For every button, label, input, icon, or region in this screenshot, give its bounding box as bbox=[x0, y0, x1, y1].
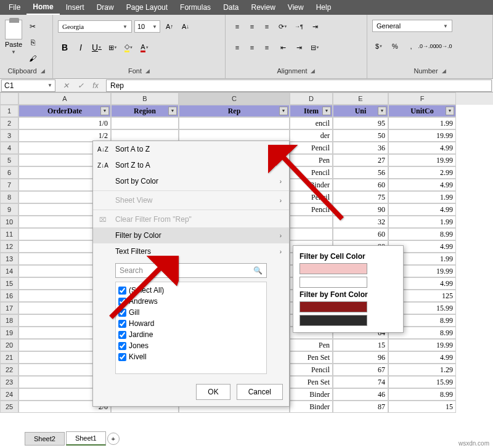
cell[interactable]: Pen Set bbox=[290, 351, 333, 364]
currency-button[interactable]: $▼ bbox=[372, 39, 386, 53]
row-header[interactable]: 14 bbox=[0, 265, 18, 277]
menu-page-layout[interactable]: Page Layout bbox=[120, 1, 174, 14]
row-header[interactable]: 20 bbox=[0, 339, 18, 351]
format-painter-button[interactable]: 🖌 bbox=[26, 52, 39, 65]
align-middle-button[interactable]: ≡ bbox=[245, 20, 259, 33]
decrease-indent-button[interactable]: ⇤ bbox=[276, 41, 290, 54]
orientation-button[interactable]: ⟳▼ bbox=[276, 20, 290, 33]
row-header[interactable]: 1 bbox=[0, 105, 18, 117]
number-format-select[interactable]: General ▼ bbox=[372, 20, 452, 32]
cell[interactable]: 67 bbox=[333, 364, 388, 376]
col-header-A[interactable]: A bbox=[18, 92, 111, 105]
row-header[interactable]: 2 bbox=[0, 117, 18, 129]
name-box[interactable]: C1 ▼ bbox=[1, 79, 55, 92]
row-header[interactable]: 15 bbox=[0, 277, 18, 290]
underline-button[interactable]: U▼ bbox=[90, 41, 104, 54]
menu-data[interactable]: Data bbox=[217, 1, 245, 14]
row-header[interactable]: 12 bbox=[0, 240, 18, 253]
cut-button[interactable]: ✂ bbox=[26, 20, 39, 33]
col-header-F[interactable]: F bbox=[388, 92, 456, 105]
header-cell[interactable]: OrderDate▼ bbox=[18, 105, 111, 117]
row-header[interactable]: 10 bbox=[0, 216, 18, 228]
menu-view[interactable]: View bbox=[282, 1, 310, 14]
bold-button[interactable]: B bbox=[58, 41, 71, 54]
add-sheet-button[interactable]: + bbox=[107, 433, 120, 445]
menu-home[interactable]: Home bbox=[26, 0, 59, 15]
cell[interactable] bbox=[111, 117, 179, 129]
cell[interactable]: 1.99 bbox=[388, 117, 456, 129]
cancel-formula-icon[interactable]: ✕ bbox=[60, 81, 71, 90]
row-header[interactable]: 5 bbox=[0, 154, 18, 166]
formula-input[interactable]: Rep bbox=[106, 79, 492, 92]
cell[interactable] bbox=[179, 117, 290, 129]
cell-color-option-2[interactable] bbox=[299, 277, 367, 288]
cell[interactable]: 8.99 bbox=[388, 388, 456, 401]
menu-help[interactable]: Help bbox=[310, 1, 338, 14]
ok-button[interactable]: OK bbox=[196, 384, 230, 400]
cell[interactable]: 50 bbox=[333, 129, 388, 142]
alignment-launcher[interactable]: ◢ bbox=[311, 68, 315, 74]
col-header-E[interactable]: E bbox=[333, 92, 388, 105]
increase-font-button[interactable]: A↑ bbox=[163, 20, 176, 33]
clipboard-launcher[interactable]: ◢ bbox=[41, 68, 45, 74]
header-cell[interactable]: UnitCo▼ bbox=[388, 105, 456, 117]
cell[interactable]: 1.99 bbox=[388, 216, 456, 228]
rtl-button[interactable]: →¶ bbox=[292, 20, 306, 33]
sort-az-item[interactable]: A↓Z Sort A to Z bbox=[93, 141, 289, 157]
sort-by-color-item[interactable]: Sort by Color › bbox=[93, 173, 289, 189]
checkbox[interactable] bbox=[118, 353, 126, 361]
col-header-D[interactable]: D bbox=[290, 92, 333, 105]
merge-button[interactable]: ⊟▼ bbox=[308, 41, 322, 54]
italic-button[interactable]: I bbox=[74, 41, 88, 54]
cancel-button[interactable]: Cancel bbox=[237, 384, 283, 400]
cell[interactable]: 1.29 bbox=[388, 364, 456, 376]
cell[interactable]: 15.99 bbox=[388, 376, 456, 388]
cell[interactable]: Pen Set bbox=[290, 376, 333, 388]
filter-check-item[interactable]: Jardine bbox=[118, 329, 264, 340]
cell[interactable]: 19.99 bbox=[388, 129, 456, 142]
cell[interactable]: 96 bbox=[333, 351, 388, 364]
row-header[interactable]: 9 bbox=[0, 203, 18, 216]
cell[interactable]: 4.99 bbox=[388, 142, 456, 154]
row-header[interactable]: 13 bbox=[0, 253, 18, 265]
cell[interactable]: der bbox=[290, 129, 333, 142]
row-header[interactable]: 16 bbox=[0, 290, 18, 302]
row-header[interactable]: 19 bbox=[0, 327, 18, 339]
align-center-button[interactable]: ≡ bbox=[245, 41, 259, 54]
filter-arrow-icon[interactable]: ▼ bbox=[322, 107, 331, 115]
cell[interactable]: 95 bbox=[333, 117, 388, 129]
row-header[interactable]: 17 bbox=[0, 302, 18, 314]
decrease-font-button[interactable]: A↓ bbox=[179, 20, 192, 33]
header-cell[interactable]: Rep▼ bbox=[179, 105, 290, 117]
filter-arrow-icon[interactable]: ▼ bbox=[100, 107, 109, 115]
row-header[interactable]: 6 bbox=[0, 166, 18, 179]
row-header[interactable]: 8 bbox=[0, 191, 18, 203]
decrease-decimal-button[interactable]: .00→.0 bbox=[436, 39, 450, 53]
cell[interactable]: 2.99 bbox=[388, 166, 456, 179]
increase-decimal-button[interactable]: .0→.00 bbox=[420, 39, 434, 53]
sheet-tab-1[interactable]: Sheet1 bbox=[66, 431, 106, 446]
col-header-C[interactable]: C bbox=[179, 92, 290, 105]
cell[interactable]: 74 bbox=[333, 376, 388, 388]
font-launcher[interactable]: ◢ bbox=[145, 68, 150, 74]
menu-draw[interactable]: Draw bbox=[91, 1, 120, 14]
header-cell[interactable]: Uni▼ bbox=[333, 105, 388, 117]
row-header[interactable]: 3 bbox=[0, 129, 18, 142]
cell[interactable]: Binder bbox=[290, 401, 333, 413]
filter-arrow-icon[interactable]: ▼ bbox=[446, 107, 454, 115]
row-header[interactable]: 11 bbox=[0, 228, 18, 240]
accept-formula-icon[interactable]: ✓ bbox=[75, 81, 86, 90]
row-header[interactable]: 7 bbox=[0, 179, 18, 191]
cell-color-option-1[interactable] bbox=[299, 263, 367, 274]
increase-indent-button[interactable]: ⇥ bbox=[292, 41, 306, 54]
percent-button[interactable]: % bbox=[388, 39, 402, 53]
filter-arrow-icon[interactable]: ▼ bbox=[279, 107, 288, 115]
cell[interactable]: 8.99 bbox=[388, 228, 456, 240]
wrap-text-button[interactable]: ⇥ bbox=[308, 20, 322, 33]
cell[interactable]: 1/2 bbox=[18, 129, 111, 142]
cell[interactable]: Pencil bbox=[290, 364, 333, 376]
sheet-tab-2[interactable]: Sheet2 bbox=[25, 432, 65, 446]
row-header[interactable]: 4 bbox=[0, 142, 18, 154]
cell[interactable]: 4.99 bbox=[388, 179, 456, 191]
filter-by-color-item[interactable]: Filter by Color › bbox=[93, 227, 289, 243]
